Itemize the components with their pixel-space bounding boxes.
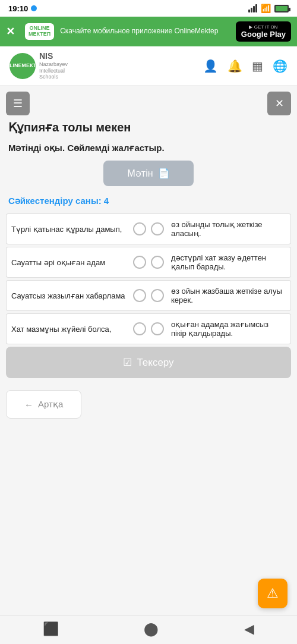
radio-col-left-1 [131, 213, 148, 244]
radio-left-1[interactable] [133, 222, 146, 235]
book-icon: 📄 [158, 168, 170, 179]
bottom-back-icon[interactable]: ◀ [244, 621, 254, 637]
right-item-2: дәстүрлі хат жазу әдеттен қалып барады. [166, 247, 291, 278]
menu-row: ☰ ✕ [6, 92, 291, 115]
hamburger-menu-button[interactable]: ☰ [6, 92, 30, 115]
promo-banner: ✕ ONLINE МЕКТЕП Скачайте мобильное прило… [0, 17, 297, 46]
wifi-icon: 📶 [261, 4, 271, 13]
close-button[interactable]: ✕ [267, 92, 291, 115]
online-mektep-logo: ONLINE МЕКТЕП [10, 53, 36, 79]
status-dot [31, 5, 37, 11]
status-icons: 📶 [248, 4, 289, 13]
google-play-top: ▶ GET IT ON [249, 24, 277, 30]
user-icon[interactable]: 👤 [203, 59, 218, 73]
nav-icons: 👤 🔔 ▦ 🌐 [203, 59, 287, 73]
google-play-button[interactable]: ▶ GET IT ON Google Play [236, 21, 291, 42]
menu-grid-icon[interactable]: ▦ [252, 59, 263, 73]
instruction-text: Мәтінді оқы. Сөйлемді жалғастыр. [8, 143, 291, 153]
time: 19:10 [8, 4, 28, 13]
right-item-4: оқыған адамда жағымсыз пікір қалдырады. [166, 313, 291, 344]
radio-col-left-2 [131, 247, 148, 278]
back-arrow-icon: ← [24, 400, 33, 410]
right-item-1: өз ойынды толық жеткізе аласың. [166, 213, 291, 244]
promo-logo: ONLINE МЕКТЕП [25, 23, 54, 40]
match-row-4: Хат мазмұны жүйелі болса, оқыған адамда … [6, 313, 291, 344]
left-item-3: Сауатсыз жазылған хабарлама [6, 280, 131, 311]
nav-logo-area: ONLINE МЕКТЕП NIS NazarbayevIntellectual… [10, 51, 197, 80]
match-row-1: Түрлі қатынас құралы дамып, өз ойынды то… [6, 213, 291, 244]
left-item-1: Түрлі қатынас құралы дамып, [6, 213, 131, 244]
warning-fab[interactable]: ⚠ [258, 579, 287, 608]
globe-icon[interactable]: 🌐 [273, 59, 287, 73]
page-title: Құпияға толы мекен [8, 120, 291, 134]
signal-icon [248, 4, 257, 12]
radio-left-3[interactable] [133, 289, 146, 302]
nis-logo: NIS NazarbayevIntellectualSchools [39, 51, 68, 80]
match-row-2: Сауатты әрі оқыған адам дәстүрлі хат жаз… [6, 247, 291, 278]
check-button[interactable]: ☑ Тексеру [6, 347, 291, 378]
text-button-label: Мәтін [127, 168, 153, 179]
bottom-stop-icon[interactable]: ⬛ [43, 621, 59, 637]
radio-col-left-4 [131, 313, 148, 344]
google-play-main: Google Play [241, 30, 286, 39]
check-icon: ☑ [123, 356, 132, 369]
left-item-4: Хат мазмұны жүйелі болса, [6, 313, 131, 344]
matching-area: Түрлі қатынас құралы дамып, өз ойынды то… [6, 213, 291, 344]
radio-col-right-1 [148, 213, 166, 244]
promo-text: Скачайте мобильное приложение OnlineMekt… [60, 27, 230, 36]
battery-icon [274, 5, 289, 12]
radio-col-left-3 [131, 280, 148, 311]
radio-col-right-4 [148, 313, 166, 344]
radio-col-right-3 [148, 280, 166, 311]
radio-left-2[interactable] [133, 256, 146, 269]
left-item-2: Сауатты әрі оқыған адам [6, 247, 131, 278]
check-button-label: Тексеру [137, 357, 173, 369]
back-button[interactable]: ← Артқа [6, 390, 81, 419]
text-button[interactable]: Мәтін 📄 [103, 161, 193, 186]
radio-right-2[interactable] [151, 256, 164, 269]
promo-close-button[interactable]: ✕ [6, 25, 19, 38]
radio-right-3[interactable] [151, 289, 164, 302]
radio-left-4[interactable] [133, 322, 146, 335]
right-item-3: өз ойын жазбаша жеткізе алуы керек. [166, 280, 291, 311]
radio-right-4[interactable] [151, 322, 164, 335]
bottom-home-icon[interactable]: ⬤ [144, 621, 159, 637]
bottom-nav: ⬛ ⬤ ◀ [0, 615, 297, 644]
radio-right-1[interactable] [151, 222, 164, 235]
match-row-3: Сауатсыз жазылған хабарлама өз ойын жазб… [6, 280, 291, 311]
text-button-wrap: Мәтін 📄 [6, 161, 291, 186]
main-content: ☰ ✕ Құпияға толы мекен Мәтінді оқы. Сөйл… [0, 92, 297, 442]
status-bar: 19:10 📶 [0, 0, 297, 17]
radio-col-right-2 [148, 247, 166, 278]
back-button-label: Артқа [38, 399, 63, 410]
nav-bar: ONLINE МЕКТЕП NIS NazarbayevIntellectual… [0, 46, 297, 86]
bell-icon[interactable]: 🔔 [228, 59, 242, 73]
warning-icon: ⚠ [267, 586, 279, 601]
match-count: Сәйкестендіру саны: 4 [8, 196, 291, 206]
